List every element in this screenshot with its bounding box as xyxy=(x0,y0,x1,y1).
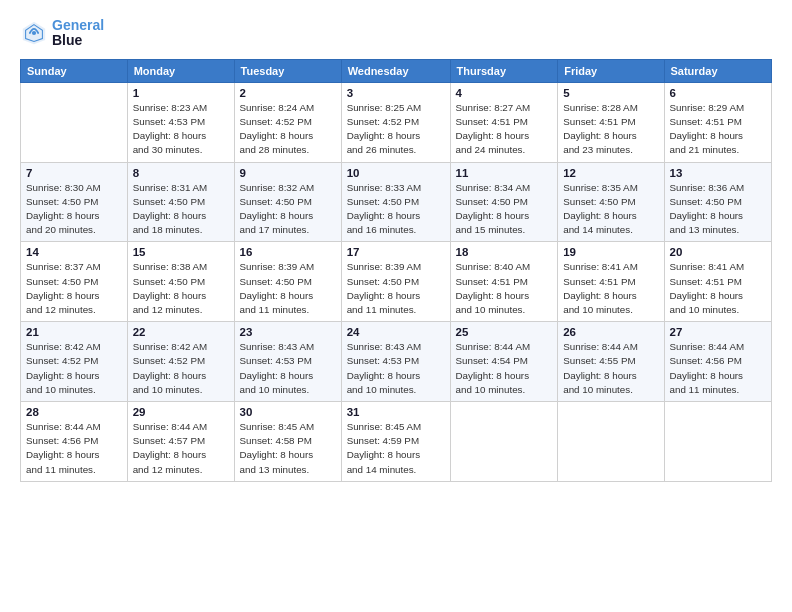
day-number: 17 xyxy=(347,246,445,258)
day-number: 22 xyxy=(133,326,229,338)
week-row-3: 14Sunrise: 8:37 AM Sunset: 4:50 PM Dayli… xyxy=(21,242,772,322)
day-info: Sunrise: 8:42 AM Sunset: 4:52 PM Dayligh… xyxy=(133,340,229,397)
svg-point-2 xyxy=(32,31,36,35)
day-number: 7 xyxy=(26,167,122,179)
calendar-cell: 28Sunrise: 8:44 AM Sunset: 4:56 PM Dayli… xyxy=(21,402,128,482)
day-number: 29 xyxy=(133,406,229,418)
weekday-header-saturday: Saturday xyxy=(664,59,772,82)
calendar-cell: 16Sunrise: 8:39 AM Sunset: 4:50 PM Dayli… xyxy=(234,242,341,322)
calendar-cell: 20Sunrise: 8:41 AM Sunset: 4:51 PM Dayli… xyxy=(664,242,772,322)
logo: General Blue xyxy=(20,18,104,49)
calendar-cell: 27Sunrise: 8:44 AM Sunset: 4:56 PM Dayli… xyxy=(664,322,772,402)
calendar-cell: 15Sunrise: 8:38 AM Sunset: 4:50 PM Dayli… xyxy=(127,242,234,322)
week-row-4: 21Sunrise: 8:42 AM Sunset: 4:52 PM Dayli… xyxy=(21,322,772,402)
day-number: 23 xyxy=(240,326,336,338)
day-info: Sunrise: 8:41 AM Sunset: 4:51 PM Dayligh… xyxy=(563,260,658,317)
day-number: 4 xyxy=(456,87,553,99)
day-number: 2 xyxy=(240,87,336,99)
week-row-2: 7Sunrise: 8:30 AM Sunset: 4:50 PM Daylig… xyxy=(21,162,772,242)
day-number: 16 xyxy=(240,246,336,258)
day-number: 3 xyxy=(347,87,445,99)
day-info: Sunrise: 8:28 AM Sunset: 4:51 PM Dayligh… xyxy=(563,101,658,158)
day-info: Sunrise: 8:25 AM Sunset: 4:52 PM Dayligh… xyxy=(347,101,445,158)
day-info: Sunrise: 8:44 AM Sunset: 4:56 PM Dayligh… xyxy=(26,420,122,477)
day-number: 11 xyxy=(456,167,553,179)
day-info: Sunrise: 8:27 AM Sunset: 4:51 PM Dayligh… xyxy=(456,101,553,158)
calendar-cell: 31Sunrise: 8:45 AM Sunset: 4:59 PM Dayli… xyxy=(341,402,450,482)
weekday-header-row: SundayMondayTuesdayWednesdayThursdayFrid… xyxy=(21,59,772,82)
calendar-cell: 8Sunrise: 8:31 AM Sunset: 4:50 PM Daylig… xyxy=(127,162,234,242)
day-info: Sunrise: 8:32 AM Sunset: 4:50 PM Dayligh… xyxy=(240,181,336,238)
calendar-cell: 19Sunrise: 8:41 AM Sunset: 4:51 PM Dayli… xyxy=(558,242,664,322)
calendar-cell: 7Sunrise: 8:30 AM Sunset: 4:50 PM Daylig… xyxy=(21,162,128,242)
day-info: Sunrise: 8:42 AM Sunset: 4:52 PM Dayligh… xyxy=(26,340,122,397)
calendar-cell: 6Sunrise: 8:29 AM Sunset: 4:51 PM Daylig… xyxy=(664,82,772,162)
day-info: Sunrise: 8:44 AM Sunset: 4:56 PM Dayligh… xyxy=(670,340,767,397)
calendar-cell: 21Sunrise: 8:42 AM Sunset: 4:52 PM Dayli… xyxy=(21,322,128,402)
day-info: Sunrise: 8:35 AM Sunset: 4:50 PM Dayligh… xyxy=(563,181,658,238)
weekday-header-thursday: Thursday xyxy=(450,59,558,82)
day-number: 8 xyxy=(133,167,229,179)
day-number: 24 xyxy=(347,326,445,338)
calendar-cell: 13Sunrise: 8:36 AM Sunset: 4:50 PM Dayli… xyxy=(664,162,772,242)
day-number: 18 xyxy=(456,246,553,258)
week-row-1: 1Sunrise: 8:23 AM Sunset: 4:53 PM Daylig… xyxy=(21,82,772,162)
day-info: Sunrise: 8:40 AM Sunset: 4:51 PM Dayligh… xyxy=(456,260,553,317)
day-number: 14 xyxy=(26,246,122,258)
day-info: Sunrise: 8:37 AM Sunset: 4:50 PM Dayligh… xyxy=(26,260,122,317)
calendar-cell: 11Sunrise: 8:34 AM Sunset: 4:50 PM Dayli… xyxy=(450,162,558,242)
day-number: 27 xyxy=(670,326,767,338)
calendar-cell: 25Sunrise: 8:44 AM Sunset: 4:54 PM Dayli… xyxy=(450,322,558,402)
day-info: Sunrise: 8:30 AM Sunset: 4:50 PM Dayligh… xyxy=(26,181,122,238)
logo-text: General Blue xyxy=(52,18,104,49)
calendar-cell: 14Sunrise: 8:37 AM Sunset: 4:50 PM Dayli… xyxy=(21,242,128,322)
calendar-cell xyxy=(450,402,558,482)
weekday-header-sunday: Sunday xyxy=(21,59,128,82)
day-number: 10 xyxy=(347,167,445,179)
calendar-cell: 23Sunrise: 8:43 AM Sunset: 4:53 PM Dayli… xyxy=(234,322,341,402)
day-info: Sunrise: 8:43 AM Sunset: 4:53 PM Dayligh… xyxy=(347,340,445,397)
weekday-header-tuesday: Tuesday xyxy=(234,59,341,82)
week-row-5: 28Sunrise: 8:44 AM Sunset: 4:56 PM Dayli… xyxy=(21,402,772,482)
day-number: 21 xyxy=(26,326,122,338)
day-number: 25 xyxy=(456,326,553,338)
calendar-cell: 22Sunrise: 8:42 AM Sunset: 4:52 PM Dayli… xyxy=(127,322,234,402)
calendar-cell: 18Sunrise: 8:40 AM Sunset: 4:51 PM Dayli… xyxy=(450,242,558,322)
logo-icon xyxy=(20,19,48,47)
calendar-cell: 4Sunrise: 8:27 AM Sunset: 4:51 PM Daylig… xyxy=(450,82,558,162)
calendar-cell xyxy=(21,82,128,162)
day-number: 5 xyxy=(563,87,658,99)
day-number: 9 xyxy=(240,167,336,179)
day-number: 1 xyxy=(133,87,229,99)
calendar-cell: 5Sunrise: 8:28 AM Sunset: 4:51 PM Daylig… xyxy=(558,82,664,162)
weekday-header-monday: Monday xyxy=(127,59,234,82)
day-info: Sunrise: 8:39 AM Sunset: 4:50 PM Dayligh… xyxy=(240,260,336,317)
day-number: 28 xyxy=(26,406,122,418)
day-info: Sunrise: 8:43 AM Sunset: 4:53 PM Dayligh… xyxy=(240,340,336,397)
calendar-cell: 17Sunrise: 8:39 AM Sunset: 4:50 PM Dayli… xyxy=(341,242,450,322)
day-info: Sunrise: 8:44 AM Sunset: 4:54 PM Dayligh… xyxy=(456,340,553,397)
day-number: 26 xyxy=(563,326,658,338)
day-number: 13 xyxy=(670,167,767,179)
day-number: 30 xyxy=(240,406,336,418)
day-number: 20 xyxy=(670,246,767,258)
calendar-cell: 12Sunrise: 8:35 AM Sunset: 4:50 PM Dayli… xyxy=(558,162,664,242)
weekday-header-friday: Friday xyxy=(558,59,664,82)
day-info: Sunrise: 8:31 AM Sunset: 4:50 PM Dayligh… xyxy=(133,181,229,238)
header: General Blue xyxy=(20,18,772,49)
calendar-cell: 10Sunrise: 8:33 AM Sunset: 4:50 PM Dayli… xyxy=(341,162,450,242)
day-number: 15 xyxy=(133,246,229,258)
calendar-cell: 26Sunrise: 8:44 AM Sunset: 4:55 PM Dayli… xyxy=(558,322,664,402)
day-number: 12 xyxy=(563,167,658,179)
day-info: Sunrise: 8:34 AM Sunset: 4:50 PM Dayligh… xyxy=(456,181,553,238)
calendar-cell: 3Sunrise: 8:25 AM Sunset: 4:52 PM Daylig… xyxy=(341,82,450,162)
day-info: Sunrise: 8:44 AM Sunset: 4:57 PM Dayligh… xyxy=(133,420,229,477)
day-info: Sunrise: 8:33 AM Sunset: 4:50 PM Dayligh… xyxy=(347,181,445,238)
calendar-cell xyxy=(558,402,664,482)
day-info: Sunrise: 8:24 AM Sunset: 4:52 PM Dayligh… xyxy=(240,101,336,158)
day-info: Sunrise: 8:44 AM Sunset: 4:55 PM Dayligh… xyxy=(563,340,658,397)
day-info: Sunrise: 8:39 AM Sunset: 4:50 PM Dayligh… xyxy=(347,260,445,317)
calendar-cell: 2Sunrise: 8:24 AM Sunset: 4:52 PM Daylig… xyxy=(234,82,341,162)
day-info: Sunrise: 8:45 AM Sunset: 4:59 PM Dayligh… xyxy=(347,420,445,477)
day-number: 6 xyxy=(670,87,767,99)
